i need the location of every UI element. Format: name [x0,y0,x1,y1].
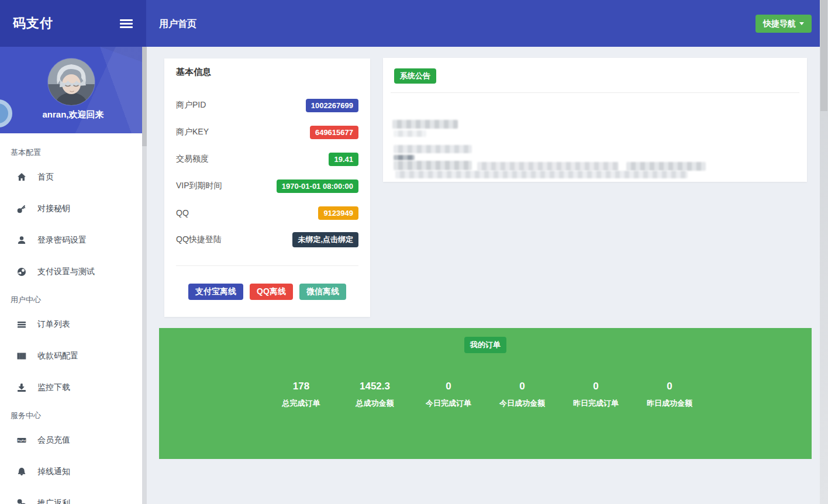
info-row: 交易额度 19.41 [176,146,358,172]
sidebar-item-label: 监控下载 [37,382,70,393]
sidebar-item[interactable]: PayPal 会员充值 [0,424,142,456]
info-row: 商户PID 1002267699 [176,92,358,119]
orders-badge: 我的订单 [464,337,506,353]
sidebar-section: 基本配置 首页 对接秘钥 登录密码设置 支付设置与测试 [0,140,142,288]
order-stat-label: 昨日完成订单 [568,398,624,409]
sidebar-item[interactable]: 对接秘钥 [0,193,142,225]
info-row-label: 商户PID [176,100,206,111]
sidebar-item-label: 收款码配置 [37,351,78,361]
sidebar-item-label: 支付设置与测试 [37,267,95,277]
order-stat-value: 0 [641,381,698,392]
key-icon [16,203,27,214]
redacted-text [392,120,458,129]
avatar-image [48,58,95,105]
redacted-text [394,155,415,160]
announcement-badge: 系统公告 [394,68,436,84]
sidebar-item-label: 对接秘钥 [37,203,70,214]
order-stat-value: 0 [494,381,550,392]
bell-icon [16,467,27,477]
topbar: 用户首页 快捷导航 [146,0,828,47]
order-stat-label: 总成功金额 [347,398,403,409]
pay-test-icon [16,267,27,277]
sidebar: 基本配置 首页 对接秘钥 登录密码设置 支付设置与测试 用户中心 订单列表 收款… [0,133,142,504]
info-value-badge: 19.41 [329,153,358,166]
offline-buttons-row: 支付宝离线 QQ离线 微信离线 [176,284,358,300]
info-row: 商户KEY 649615677 [176,119,358,146]
sidebar-section-label: 基本配置 [0,140,142,161]
redacted-text [394,145,472,153]
offline-status-button[interactable]: 微信离线 [299,284,346,300]
info-row-label: VIP到期时间 [176,181,222,191]
paypal-icon: PayPal [16,435,27,446]
order-stat: 0 昨日完成订单 [568,381,624,409]
sidebar-section: 服务中心 PayPal 会员充值 掉线通知 推广返利 [0,403,142,504]
sidebar-item-label: 订单列表 [37,319,70,330]
sidebar-item[interactable]: 掉线通知 [0,456,142,488]
sidebar-item[interactable]: 推广返利 [0,488,142,504]
quick-nav-button[interactable]: 快捷导航 [755,15,812,33]
order-stat-label: 今日成功金额 [494,398,550,409]
redacted-text [394,130,426,137]
sidebar-scrollbar[interactable] [142,47,147,504]
order-stat-value: 1452.3 [347,381,403,392]
orders-stats: 178 总完成订单 1452.3 总成功金额 0 今日完成订单 0 今日成功金额… [159,381,812,409]
info-value-badge[interactable]: 未绑定,点击绑定 [292,232,358,247]
redacted-text [626,162,706,171]
sidebar-item[interactable]: 首页 [0,161,142,193]
order-stat-label: 今日完成订单 [420,398,477,409]
sidebar-nav: 基本配置 首页 对接秘钥 登录密码设置 支付设置与测试 用户中心 订单列表 收款… [0,133,142,504]
sidebar-item-label: 会员充值 [37,435,70,446]
list-icon [16,319,27,330]
order-stat: 178 总完成订单 [273,381,329,409]
sidebar-item-label: 推广返利 [37,498,70,504]
sidebar-item-label: 掉线通知 [37,467,70,477]
order-stat: 1452.3 总成功金额 [347,381,403,409]
sidebar-scrollbar-thumb[interactable] [142,47,147,146]
info-row-label: QQ [176,208,189,218]
orders-panel: 我的订单 178 总完成订单 1452.3 总成功金额 0 今日完成订单 0 今… [159,328,812,459]
sidebar-section-label: 服务中心 [0,403,142,424]
info-rows: 商户PID 1002267699 商户KEY 649615677 交易额度 19… [176,92,358,253]
info-value-badge: 1002267699 [306,99,358,112]
welcome-text: anran,欢迎回来 [0,109,146,120]
order-stat: 0 今日成功金额 [494,381,550,409]
profile-card: 基本信息 商户PID 1002267699 商户KEY 649615677 交易… [164,58,370,317]
download-icon [16,382,27,393]
page-scrollbar-thumb[interactable] [820,0,827,111]
order-stat-value: 178 [273,381,329,392]
order-stat-value: 0 [568,381,624,392]
sidebar-item-label: 登录密码设置 [37,235,87,246]
brand-header: 码支付 [0,0,146,47]
hamburger-menu-icon[interactable] [120,19,133,28]
svg-text:PayPal: PayPal [18,439,26,442]
info-value-badge: 1970-01-01 08:00:00 [277,179,358,193]
sidebar-item[interactable]: 支付设置与测试 [0,256,142,288]
page-title: 用户首页 [159,18,196,30]
caret-down-icon [799,22,804,25]
announcement-card: 系统公告 [383,58,807,182]
offline-status-button[interactable]: 支付宝离线 [188,284,243,300]
sidebar-item-label: 首页 [37,172,54,182]
info-row-label: QQ快捷登陆 [176,234,222,245]
info-row: QQ快捷登陆 未绑定,点击绑定 [176,226,358,253]
profile-card-title: 基本信息 [176,67,358,78]
order-stat: 0 昨日成功金额 [641,381,698,409]
order-stat-label: 昨日成功金额 [641,398,698,409]
info-row-label: 交易额度 [176,154,209,164]
sidebar-item[interactable]: 订单列表 [0,309,142,340]
info-row: QQ 9123949 [176,199,358,226]
redacted-text [394,161,472,170]
sidebar-item[interactable]: 收款码配置 [0,340,142,372]
info-value-badge: 649615677 [310,126,358,139]
sidebar-item[interactable]: 登录密码设置 [0,225,142,256]
user-icon [16,235,27,246]
info-row-label: 商户KEY [176,127,209,137]
page-scrollbar[interactable] [820,0,828,504]
divider [176,265,358,266]
sidebar-section-label: 用户中心 [0,288,142,309]
avatar[interactable] [48,58,95,105]
sidebar-item[interactable]: 监控下载 [0,372,142,403]
redacted-text [395,171,688,178]
divider [391,92,799,93]
offline-status-button[interactable]: QQ离线 [250,284,293,300]
